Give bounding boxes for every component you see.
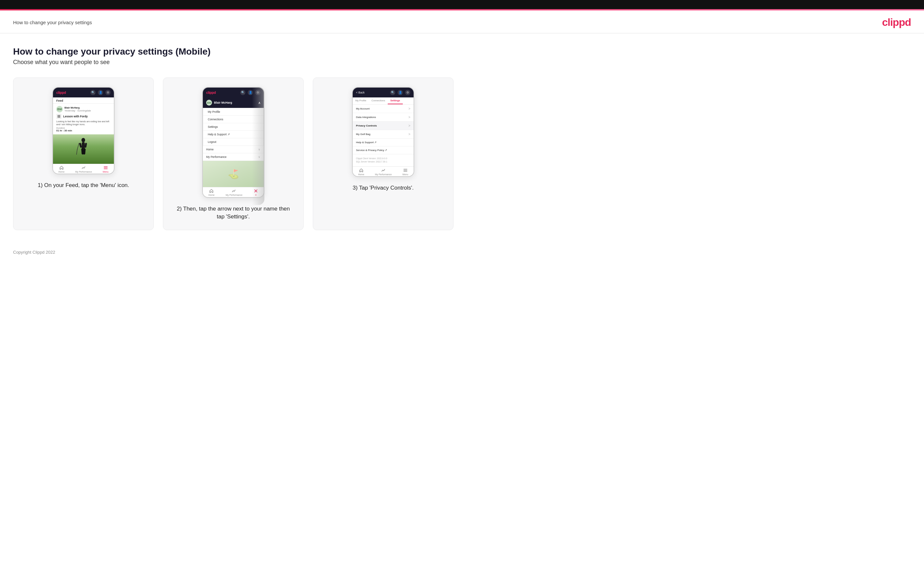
settings-icon[interactable]: ⚙ — [105, 90, 111, 95]
settings-item-data-integrations[interactable]: Data Integrations > — [353, 113, 414, 122]
phone2-tab-bar: Home My Performance ✕ — [203, 187, 264, 197]
settings-version: Clippd Client Version: 2022.8-3-3 SQL Se… — [353, 154, 414, 166]
phone1-tab-bar: Home My Performance Menu — [53, 164, 114, 174]
step-card-1: clippd 🔍 👤 ⚙ Feed BM Blair McHarg — [13, 77, 154, 230]
phone3-icons: 🔍 👤 ⚙ — [390, 90, 410, 95]
golfer-silhouette — [76, 138, 91, 162]
main-content: How to change your privacy settings (Mob… — [0, 33, 924, 240]
step2-caption: 2) Then, tap the arrow next to your name… — [173, 205, 294, 221]
tab2-home[interactable]: Home — [208, 189, 215, 197]
menu-user-left: BM Blair McHarg — [206, 100, 232, 106]
menu-item-my-profile[interactable]: My Profile — [203, 108, 263, 116]
phone-mockup-2: clippd 🔍 👤 ⚙ BM Blair McHarg ∧ — [202, 87, 264, 198]
tab-my-profile[interactable]: My Profile — [353, 97, 369, 104]
avatar: BM — [56, 106, 63, 113]
menu-item-settings[interactable]: Settings — [203, 123, 263, 131]
feed-desc: Looking to feel like my hands are exitin… — [56, 120, 111, 126]
tab-settings[interactable]: Settings — [388, 97, 403, 104]
tab2-my-performance[interactable]: My Performance — [226, 189, 242, 197]
phone2-wrap: clippd 🔍 👤 ⚙ BM Blair McHarg ∧ — [202, 87, 264, 205]
step3-caption: 3) Tap 'Privacy Controls'. — [353, 184, 414, 192]
tab3-home[interactable]: Home — [358, 168, 364, 176]
menu-item-help[interactable]: Help & Support ↗ — [203, 131, 263, 138]
tab-connections[interactable]: Connections — [369, 97, 388, 104]
phone1-logo: clippd — [56, 90, 66, 95]
feed-user-info: Blair McHarg Yesterday · Sunningdale — [65, 106, 91, 112]
phone1-icons: 🔍 👤 ⚙ — [90, 90, 111, 95]
settings-item-privacy-controls[interactable]: Privacy Controls > — [353, 122, 414, 130]
feed-post: BM Blair McHarg Yesterday · Sunningdale … — [53, 104, 114, 134]
feed-label: Feed — [53, 97, 114, 104]
svg-point-0 — [81, 138, 85, 142]
phone1-topbar: clippd 🔍 👤 ⚙ — [53, 88, 114, 97]
menu-user-row: BM Blair McHarg ∧ — [203, 97, 264, 108]
golf-image — [53, 134, 114, 164]
header-title: How to change your privacy settings — [13, 19, 92, 25]
chevron-down-icon: ∨ — [258, 148, 260, 151]
settings-back-bar: < Back 🔍 👤 ⚙ — [353, 88, 414, 97]
menu-nav-my-performance[interactable]: My Performance ∨ — [203, 153, 264, 161]
menu-chevron-icon[interactable]: ∧ — [258, 101, 260, 105]
settings-item-my-account[interactable]: My Account > — [353, 105, 414, 113]
settings-tabs: My Profile Connections Settings — [353, 97, 414, 105]
tab-my-performance[interactable]: My Performance — [75, 165, 92, 173]
user-icon-3[interactable]: 👤 — [397, 90, 403, 95]
menu-avatar: BM — [206, 100, 212, 106]
feed-duration-value: 01 hr : 30 min — [56, 129, 111, 132]
feed-user-row: BM Blair McHarg Yesterday · Sunningdale — [56, 106, 111, 113]
chevron-down-icon-2: ∨ — [258, 155, 260, 158]
menu-nav-home[interactable]: Home ∨ — [203, 146, 264, 153]
tab-menu[interactable]: Menu — [103, 165, 109, 173]
step-card-3: < Back 🔍 👤 ⚙ My Profile Connections Sett… — [313, 77, 454, 230]
lesson-title: Lesson with Fordy — [63, 115, 88, 118]
feed-user-name: Blair McHarg — [65, 106, 91, 109]
search-icon[interactable]: 🔍 — [90, 90, 95, 95]
phone-mockup-3: < Back 🔍 👤 ⚙ My Profile Connections Sett… — [352, 87, 414, 177]
menu-item-logout[interactable]: Logout — [203, 138, 263, 145]
chevron-right-icon: > — [408, 107, 410, 111]
top-bar — [0, 0, 924, 9]
svg-rect-1 — [82, 142, 85, 149]
tab3-menu[interactable]: Menu — [402, 168, 408, 176]
feed-user-sub: Yesterday · Sunningdale — [65, 109, 91, 112]
menu-username: Blair McHarg — [214, 101, 232, 104]
settings-item-service-privacy[interactable]: Service & Privacy Policy ↗ — [353, 147, 414, 154]
feed-lesson-row: 🅾 Lesson with Fordy — [56, 114, 111, 119]
svg-rect-2 — [79, 143, 82, 148]
user-icon-2[interactable]: 👤 — [248, 90, 253, 95]
chevron-right-icon-4: > — [408, 132, 410, 136]
user-icon[interactable]: 👤 — [98, 90, 103, 95]
step1-caption: 1) On your Feed, tap the 'Menu' icon. — [38, 181, 129, 189]
page-heading: How to change your privacy settings (Mob… — [13, 47, 911, 57]
phone-mockup-1: clippd 🔍 👤 ⚙ Feed BM Blair McHarg — [52, 87, 115, 174]
steps-row: clippd 🔍 👤 ⚙ Feed BM Blair McHarg — [13, 77, 911, 230]
phone2-logo: clippd — [206, 90, 216, 95]
menu-item-connections[interactable]: Connections — [203, 116, 263, 123]
tab2-close[interactable]: ✕ — [254, 189, 258, 197]
logo: clippd — [882, 16, 911, 29]
search-icon-2[interactable]: 🔍 — [240, 90, 246, 95]
header: How to change your privacy settings clip… — [0, 10, 924, 33]
phone3-tab-bar: Home My Performance Menu — [353, 166, 414, 176]
svg-line-6 — [77, 143, 79, 150]
page-subheading: Choose what you want people to see — [13, 59, 911, 66]
phone2-topbar: clippd 🔍 👤 ⚙ — [203, 88, 264, 97]
step-card-2: clippd 🔍 👤 ⚙ BM Blair McHarg ∧ — [163, 77, 304, 230]
svg-line-7 — [77, 150, 77, 155]
settings-item-my-golf-bag[interactable]: My Golf Bag > — [353, 130, 414, 139]
settings-icon-2[interactable]: ⚙ — [255, 90, 260, 95]
menu-overlay: My Profile Connections Settings Help & S… — [203, 108, 264, 146]
search-icon-3[interactable]: 🔍 — [390, 90, 395, 95]
svg-rect-5 — [83, 148, 86, 155]
phone2-bg-area: ⛳ — [203, 161, 264, 187]
settings-icon-3[interactable]: ⚙ — [405, 90, 410, 95]
tab3-my-performance[interactable]: My Performance — [375, 168, 392, 176]
lesson-icon: 🅾 — [56, 114, 61, 119]
version-client: Clippd Client Version: 2022.8-3-3 — [356, 157, 410, 160]
chevron-right-icon-2: > — [408, 115, 410, 119]
version-sql: SQL Server Version: 2022.7.30-1 — [356, 160, 410, 163]
settings-item-help-support[interactable]: Help & Support ↗ — [353, 139, 414, 147]
tab-home[interactable]: Home — [58, 165, 65, 173]
footer: Copyright Clippd 2022 — [0, 240, 924, 261]
back-button[interactable]: < Back — [356, 91, 365, 94]
